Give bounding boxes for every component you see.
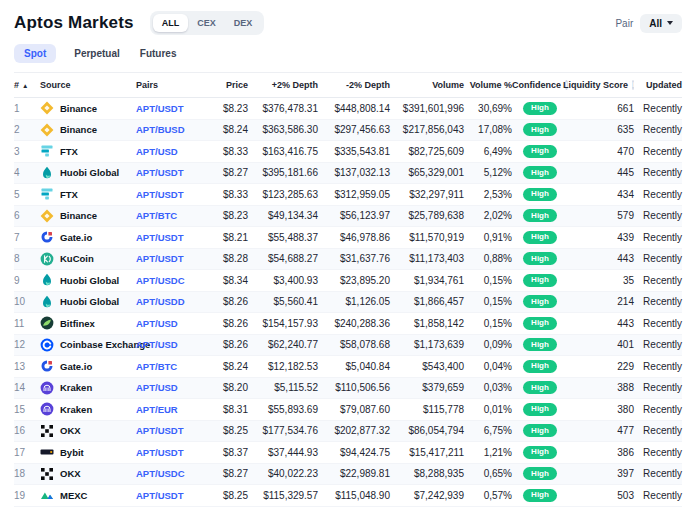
source-cell[interactable]: Bitfinex [40, 316, 136, 330]
liquidity-score-cell: 434 [568, 189, 634, 200]
volume-pct-cell: 0,15% [464, 275, 512, 286]
tab-futures[interactable]: Futures [138, 44, 179, 63]
table-row: 3FTXAPT/USD$8.33$163,416.75$335,543.81$8… [14, 141, 682, 163]
confidence-cell: High [512, 102, 568, 115]
column-header--[interactable]: #▲ [14, 80, 40, 90]
source-cell[interactable]: Bybit [40, 445, 136, 459]
table-row: 10Huobi GlobalAPT/USDD$8.26$5,560.41$1,1… [14, 292, 682, 314]
source-cell[interactable]: Binance [40, 123, 136, 137]
column-header-volume[interactable]: Volume [390, 80, 464, 90]
confidence-cell: High [512, 403, 568, 416]
pair-link[interactable]: APT/USD [136, 318, 178, 329]
confidence-badge: High [523, 166, 557, 179]
updated-cell: Recently [634, 382, 682, 393]
minus-depth-cell: $79,087.60 [318, 404, 390, 415]
source-cell[interactable]: MEXC [40, 488, 136, 502]
tab-spot[interactable]: Spot [14, 44, 56, 63]
pair-filter-dropdown[interactable]: All [640, 14, 682, 33]
pair-link[interactable]: APT/USD [136, 382, 178, 393]
column-header-source[interactable]: Source [40, 80, 136, 90]
liquidity-score-cell: 439 [568, 232, 634, 243]
pair-link[interactable]: APT/BTC [136, 210, 177, 221]
market-toggle-cex[interactable]: CEX [188, 14, 225, 32]
pair-link[interactable]: APT/USDD [136, 296, 185, 307]
confidence-badge: High [523, 123, 557, 136]
source-name: FTX [60, 146, 78, 157]
plus-depth-cell: $55,893.69 [248, 404, 318, 415]
updated-cell: Recently [634, 124, 682, 135]
volume-cell: $1,858,142 [390, 318, 464, 329]
confidence-badge: High [523, 338, 557, 351]
source-cell[interactable]: Huobi Global [40, 273, 136, 287]
source-cell[interactable]: Huobi Global [40, 166, 136, 180]
source-cell[interactable]: Huobi Global [40, 295, 136, 309]
bybit-icon [40, 445, 54, 459]
pair-link[interactable]: APT/USDT [136, 232, 184, 243]
liquidity-score-cell: 470 [568, 146, 634, 157]
source-cell[interactable]: Gate.io [40, 359, 136, 373]
tab-perpetual[interactable]: Perpetual [72, 44, 122, 63]
confidence-cell: High [512, 338, 568, 351]
column-header--2-depth[interactable]: +2% Depth [248, 80, 318, 90]
column-header-pairs[interactable]: Pairs [136, 80, 202, 90]
source-cell[interactable]: Coinbase Exchange [40, 338, 136, 352]
aptos-markets-page: Aptos Markets ALLCEXDEX Pair All SpotPer… [0, 0, 696, 507]
column-header-volume-[interactable]: Volume % [464, 80, 512, 90]
source-cell[interactable]: Binance [40, 209, 136, 223]
market-toggle-all[interactable]: ALL [153, 14, 189, 32]
price-cell: $8.23 [202, 210, 248, 221]
pair-link[interactable]: APT/USDT [136, 189, 184, 200]
source-cell[interactable]: FTX [40, 144, 136, 158]
table-row: 13Gate.ioAPT/BTC$8.24$12,182.53$5,040.84… [14, 356, 682, 378]
source-cell[interactable]: KuCoin [40, 252, 136, 266]
table-row: 5FTXAPT/USDT$8.33$123,285.63$312,959.05$… [14, 184, 682, 206]
pair-link[interactable]: APT/USDT [136, 103, 184, 114]
volume-cell: $15,417,211 [390, 447, 464, 458]
price-cell: $8.28 [202, 253, 248, 264]
source-cell[interactable]: OKX [40, 424, 136, 438]
price-cell: $8.20 [202, 382, 248, 393]
updated-cell: Recently [634, 210, 682, 221]
pair-link[interactable]: APT/BUSD [136, 124, 185, 135]
pair-link[interactable]: APT/USDT [136, 167, 184, 178]
pair-link[interactable]: APT/USDT [136, 447, 184, 458]
pair-link[interactable]: APT/USDT [136, 253, 184, 264]
table-row: 8KuCoinAPT/USDT$8.28$54,688.27$31,637.76… [14, 249, 682, 271]
column-header-confidence[interactable]: Confidencei [512, 80, 568, 90]
pair-link[interactable]: APT/BTC [136, 361, 177, 372]
volume-cell: $7,242,939 [390, 490, 464, 501]
column-header-updated[interactable]: Updated [634, 80, 682, 90]
liquidity-score-cell: 35 [568, 275, 634, 286]
pair-link[interactable]: APT/USDT [136, 425, 184, 436]
minus-depth-cell: $46,978.86 [318, 232, 390, 243]
liquidity-score-cell: 661 [568, 103, 634, 114]
column-header-liquidity-score[interactable]: Liquidity Scorei [568, 80, 634, 90]
rank-cell: 16 [14, 425, 40, 436]
source-cell[interactable]: OKX [40, 467, 136, 481]
confidence-cell: High [512, 209, 568, 222]
source-cell[interactable]: Kraken [40, 402, 136, 416]
column-header--2-depth[interactable]: -2% Depth [318, 80, 390, 90]
source-cell[interactable]: Kraken [40, 381, 136, 395]
confidence-cell: High [512, 317, 568, 330]
table-row: 7Gate.ioAPT/USDT$8.21$55,488.37$46,978.8… [14, 227, 682, 249]
source-cell[interactable]: Gate.io [40, 230, 136, 244]
minus-depth-cell: $94,424.75 [318, 447, 390, 458]
price-cell: $8.24 [202, 124, 248, 135]
source-cell[interactable]: FTX [40, 187, 136, 201]
source-cell[interactable]: Binance [40, 101, 136, 115]
pair-link[interactable]: APT/USDC [136, 275, 185, 286]
pair-cell: APT/USDT [136, 253, 202, 264]
column-header-price[interactable]: Price [202, 80, 248, 90]
confidence-badge: High [523, 467, 557, 480]
pair-link[interactable]: APT/EUR [136, 404, 178, 415]
price-cell: $8.23 [202, 103, 248, 114]
rank-cell: 8 [14, 253, 40, 264]
pair-link[interactable]: APT/USD [136, 339, 178, 350]
pair-link[interactable]: APT/USDT [136, 490, 184, 501]
pair-link[interactable]: APT/USDC [136, 468, 185, 479]
pair-link[interactable]: APT/USD [136, 146, 178, 157]
confidence-badge: High [523, 188, 557, 201]
market-toggle-dex[interactable]: DEX [225, 14, 262, 32]
price-cell: $8.26 [202, 339, 248, 350]
